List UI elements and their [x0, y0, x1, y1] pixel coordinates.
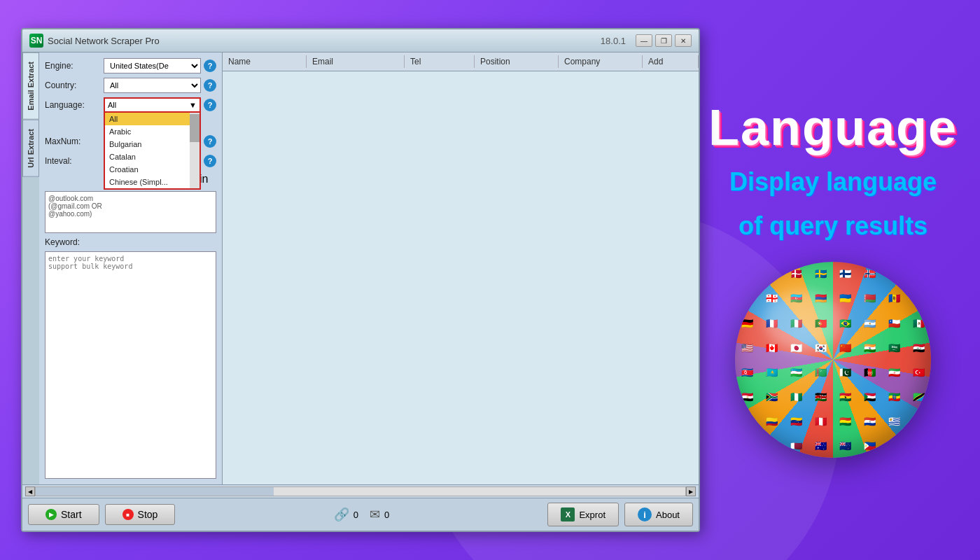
mail-icon: ✉	[370, 507, 380, 522]
about-button[interactable]: i About	[624, 503, 693, 526]
language-dropdown-container: All ▼ All Arabic Bulgarian Catalan Croat…	[104, 97, 201, 113]
keyword-row: Keyword:	[45, 237, 216, 247]
domain-filter-area[interactable]: @outlook.com (@gmail.com OR @yahoo.com)	[45, 191, 216, 233]
country-label: Country:	[45, 80, 101, 90]
scroll-left-arrow[interactable]: ◀	[25, 486, 35, 496]
link-icon: 🔗	[334, 507, 349, 522]
start-button-label: Start	[61, 509, 82, 520]
col-tel: Tel	[405, 55, 475, 68]
left-panel: Engine: United States(De ? Country: All …	[39, 52, 223, 484]
engine-row: Engine: United States(De ?	[45, 58, 216, 74]
globe: 🇬🇧 🇨🇭 🇩🇰 🇸🇪 🇫🇮 🇳🇴 🇲🇰 🇪🇸 🇷🇺 🇬🇪 🇦🇿 🇦🇲 🇺🇦 🇧…	[735, 262, 931, 458]
play-icon: ▶	[46, 509, 57, 520]
lang-option-arabic[interactable]: Arabic	[105, 125, 200, 138]
horizontal-scrollbar-area: ◀ ▶	[22, 484, 699, 498]
col-email: Email	[307, 55, 405, 68]
horizontal-scrollbar-thumb	[36, 487, 274, 496]
panel-title-language: Language	[708, 102, 958, 153]
title-bar-left: SN Social Network Scraper Pro	[29, 34, 160, 48]
domain-line2: (@gmail.com OR	[48, 202, 213, 210]
side-tabs: Email Extract Url Extract	[22, 52, 39, 484]
table-body	[223, 71, 699, 484]
app-icon: SN	[29, 34, 43, 48]
maxnum-help-button[interactable]: ?	[204, 135, 216, 148]
export-button-label: Exprot	[579, 510, 606, 520]
domain-line1: @outlook.com	[48, 195, 213, 202]
version-label: 18.0.1	[601, 36, 626, 46]
keyword-textarea[interactable]	[45, 251, 216, 479]
info-icon: i	[638, 507, 652, 522]
globe-container: 🇬🇧 🇨🇭 🇩🇰 🇸🇪 🇫🇮 🇳🇴 🇲🇰 🇪🇸 🇷🇺 🇬🇪 🇦🇿 🇦🇲 🇺🇦 🇧…	[735, 262, 931, 458]
engine-help-button[interactable]: ?	[204, 59, 216, 72]
stop-button[interactable]: ■ Stop	[105, 504, 176, 525]
col-company: Company	[559, 55, 643, 68]
status-group: 🔗 0 ✉ 0	[334, 507, 389, 522]
restore-button[interactable]: ❐	[655, 34, 672, 47]
language-dropdown-list: All Arabic Bulgarian Catalan Croatian Ch…	[104, 113, 201, 190]
keyword-label: Keyword:	[45, 237, 101, 247]
maxnum-label: MaxNum:	[45, 136, 101, 146]
left-buttons: ▶ Start ■ Stop	[28, 504, 175, 525]
lang-option-chinese-simpl[interactable]: Chinese (Simpl...	[105, 176, 200, 188]
scroll-right-arrow[interactable]: ▶	[686, 486, 696, 496]
right-panel: Language Display language of query resul…	[686, 0, 980, 560]
mail-count-item: ✉ 0	[370, 507, 389, 522]
domain-line3: @yahoo.com)	[48, 210, 213, 218]
link-count: 0	[354, 510, 358, 520]
col-name: Name	[223, 55, 307, 68]
close-button[interactable]: ✕	[675, 34, 692, 47]
engine-label: Engine:	[45, 61, 101, 71]
start-button[interactable]: ▶ Start	[28, 504, 99, 525]
export-button[interactable]: X Exprot	[547, 503, 619, 526]
lang-option-all[interactable]: All	[105, 113, 200, 125]
link-count-item: 🔗 0	[334, 507, 358, 522]
country-row: Country: All ?	[45, 78, 216, 93]
tab-url-extract[interactable]: Url Extract	[22, 120, 39, 177]
dropdown-arrow-icon: ▼	[189, 101, 197, 109]
language-select-box[interactable]: All ▼	[104, 97, 201, 113]
panel-subtitle-query: of query results	[738, 211, 927, 241]
minimize-button[interactable]: —	[636, 34, 652, 47]
tab-email-extract[interactable]: Email Extract	[22, 52, 39, 120]
excel-icon: X	[561, 507, 575, 522]
language-scroll-thumb	[190, 114, 200, 142]
inteval-label: Inteval:	[45, 156, 101, 166]
title-bar: SN Social Network Scraper Pro 18.0.1 — ❐…	[22, 29, 699, 52]
language-row: Language: All ▼ All Arabic Bulgarian Cat…	[45, 97, 216, 113]
stop-button-label: Stop	[138, 509, 158, 520]
lang-option-bulgarian[interactable]: Bulgarian	[105, 138, 200, 150]
main-window: SN Social Network Scraper Pro 18.0.1 — ❐…	[21, 28, 700, 532]
table-header: Name Email Tel Position Company Add	[223, 52, 699, 71]
language-label: Language:	[45, 100, 101, 110]
col-add: Add	[643, 55, 699, 68]
lang-option-croatian[interactable]: Croatian	[105, 163, 200, 176]
language-scrollbar[interactable]	[190, 113, 200, 188]
inteval-help-button[interactable]: ?	[204, 155, 216, 167]
panel-subtitle-display: Display language	[729, 167, 937, 197]
language-selected-value: All	[108, 101, 116, 109]
stop-icon: ■	[122, 509, 134, 520]
right-buttons: X Exprot i About	[547, 503, 693, 526]
content-area: Email Extract Url Extract Engine: United…	[22, 52, 699, 484]
about-button-label: About	[656, 510, 680, 520]
country-select[interactable]: All	[104, 78, 201, 93]
title-bar-right: 18.0.1 — ❐ ✕	[601, 34, 692, 47]
flags-grid: 🇬🇧 🇨🇭 🇩🇰 🇸🇪 🇫🇮 🇳🇴 🇲🇰 🇪🇸 🇷🇺 🇬🇪 🇦🇿 🇦🇲 🇺🇦 🇧…	[735, 262, 931, 458]
data-area: Name Email Tel Position Company Add	[223, 52, 699, 484]
engine-select[interactable]: United States(De	[104, 58, 201, 74]
app-title: Social Network Scraper Pro	[48, 36, 160, 46]
col-position: Position	[475, 55, 559, 68]
language-help-button[interactable]: ?	[204, 99, 216, 111]
horizontal-scrollbar[interactable]	[35, 486, 686, 496]
lang-option-catalan[interactable]: Catalan	[105, 150, 200, 163]
action-buttons-bar: ▶ Start ■ Stop 🔗 0 ✉ 0 X Exprot	[22, 498, 699, 531]
country-help-button[interactable]: ?	[204, 79, 216, 92]
mail-count: 0	[384, 510, 389, 520]
